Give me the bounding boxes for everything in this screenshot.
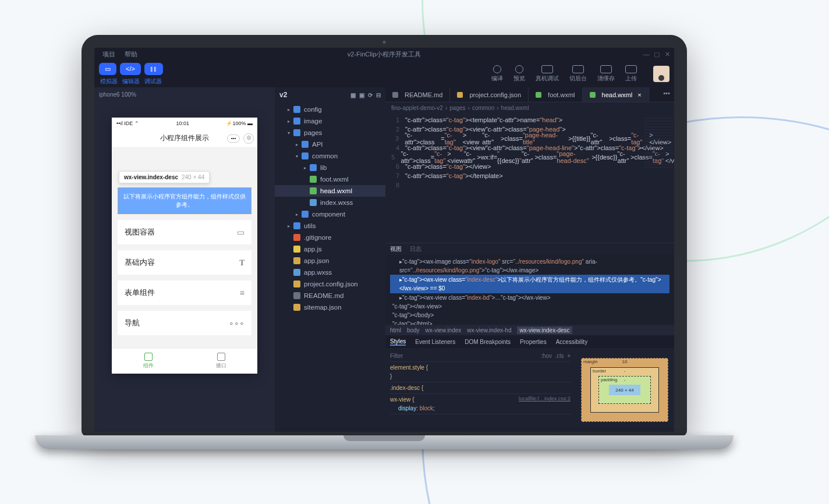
file-icon (293, 304, 300, 311)
tool-remote[interactable]: 真机调试 (536, 65, 559, 83)
pill-debugger-icon[interactable]: ⫿⫿ (144, 63, 163, 75)
pill-debugger-label: 调试器 (144, 77, 162, 86)
sim-list-item[interactable]: 表单组件≡ (118, 281, 251, 305)
code-editor[interactable]: 1"c-attr">class="c-tag"><template "c-att… (385, 113, 674, 243)
phone-body[interactable]: wx-view.index-desc240 × 44 以下将展示小程序官方组件能… (112, 148, 257, 348)
cls-toggle[interactable]: .cls (555, 353, 564, 359)
window-minimize-icon[interactable]: — (643, 51, 650, 58)
dom-node[interactable]: ▸"c-tag"><wx-view class="index-desc">以下将… (390, 275, 669, 293)
tree-item-app-js[interactable]: app.js (275, 243, 385, 255)
minimap[interactable] (644, 118, 673, 170)
file-icon (310, 199, 317, 206)
add-rule-icon[interactable]: + (567, 353, 571, 359)
hov-toggle[interactable]: :hov (541, 353, 552, 359)
phone-title: 小程序组件展示 (160, 133, 209, 143)
refresh-icon[interactable]: ⟳ (368, 92, 373, 98)
style-tab[interactable]: Event Listeners (415, 339, 455, 345)
new-folder-icon[interactable]: ▣ (359, 92, 364, 98)
breadcrumb-segment[interactable]: common (472, 105, 494, 111)
tree-item-app-json[interactable]: app.json (275, 255, 385, 267)
tree-item-config[interactable]: ▸config (275, 104, 385, 115)
tree-item-foot-wxml[interactable]: foot.wxml (275, 173, 385, 185)
editor-tab[interactable]: head.wxml × (583, 87, 649, 102)
style-tab[interactable]: DOM Breakpoints (465, 339, 511, 345)
tool-background[interactable]: 切后台 (569, 65, 587, 83)
breadcrumb-segment[interactable]: pages (449, 105, 465, 111)
breadcrumb-segment[interactable]: head.wxml (501, 105, 529, 111)
tree-item-API[interactable]: ▸API (275, 139, 385, 150)
tool-upload[interactable]: 上传 (625, 65, 637, 83)
tab-component[interactable]: 组件 (112, 349, 185, 374)
dom-tree[interactable]: ▸"c-tag"><wx-image class="index-logo" sr… (385, 255, 674, 325)
dom-node[interactable]: ▸"c-tag"><wx-view class="index-bd">…"c-t… (390, 293, 669, 302)
dom-crumb[interactable]: wx-view.index (426, 327, 462, 333)
dom-crumb[interactable]: body (407, 327, 420, 333)
tree-item-common[interactable]: ▾common (275, 150, 385, 162)
tool-compile[interactable]: 编译 (491, 65, 503, 83)
tree-item--gitignore[interactable]: .gitignore (275, 232, 385, 243)
file-icon (536, 92, 541, 98)
tab-api[interactable]: 接口 (185, 349, 257, 374)
window-close-icon[interactable]: ✕ (664, 51, 671, 58)
editor-tab[interactable]: foot.wxml (529, 87, 582, 102)
pill-editor-icon[interactable]: </> (120, 63, 141, 75)
editor-tab[interactable]: README.md (385, 87, 450, 102)
menu-project[interactable]: 项目 (98, 50, 120, 59)
editor-tab[interactable]: project.config.json (450, 87, 529, 102)
file-icon (302, 152, 309, 159)
pill-simulator-icon[interactable]: ▭ (99, 63, 116, 75)
dom-crumb[interactable]: html (390, 327, 401, 333)
close-icon[interactable]: × (637, 91, 641, 98)
tree-item-pages[interactable]: ▾pages (275, 127, 385, 139)
tree-item-index-wxss[interactable]: index.wxss (275, 197, 385, 208)
tree-item-lib[interactable]: ▸lib (275, 162, 385, 173)
tool-clear[interactable]: 清缓存 (597, 65, 615, 83)
tree-item-app-wxss[interactable]: app.wxss (275, 267, 385, 278)
tree-item-head-wxml[interactable]: head.wxml (275, 185, 385, 197)
tree-item-component[interactable]: ▸component (275, 208, 385, 220)
styles-filter-input[interactable]: Filter (390, 352, 403, 360)
capsule-close-icon[interactable]: ⦾ (243, 133, 254, 144)
sim-list-item[interactable]: 导航∘∘∘ (118, 311, 251, 335)
window-maximize-icon[interactable]: ▢ (653, 51, 660, 58)
dom-node[interactable]: "c-tag"></html> (390, 320, 669, 325)
tree-item-sitemap-json[interactable]: sitemap.json (275, 301, 385, 313)
tab-overflow-icon[interactable]: ••• (661, 90, 672, 97)
file-icon (310, 164, 317, 171)
style-tab[interactable]: Properties (520, 339, 547, 345)
dom-crumb[interactable]: wx-view.index-desc (517, 326, 572, 334)
style-rule[interactable]: .index-desc {</span></div><div style="pa… (390, 382, 571, 394)
tree-item-project-config-json[interactable]: project.config.json (275, 278, 385, 290)
inspector-tooltip: wx-view.index-desc240 × 44 (119, 171, 210, 183)
phone-preview: ••ıl IDE ⌃ 10:01 ⚡100% ▬ 小程序组件展示 ••• ⦾ w… (112, 118, 257, 374)
style-tab[interactable]: Accessibility (556, 339, 587, 345)
style-rule[interactable]: wx-view {localfile:/…index.css:2display:… (390, 394, 571, 414)
dom-node[interactable]: "c-tag"></body> (390, 311, 669, 320)
file-icon (392, 92, 398, 98)
dt-tab-view[interactable]: 视图 (390, 245, 402, 253)
breadcrumb-segment[interactable]: fino-applet-demo-v2 (391, 105, 443, 111)
sim-list-item[interactable]: 基础内容𝐓 (118, 250, 251, 275)
file-icon (293, 129, 300, 136)
dom-crumb[interactable]: wx-view.index-hd (467, 327, 511, 333)
devtools: 视图 日志 ▸"c-tag"><wx-image class="index-lo… (385, 243, 674, 432)
dom-node[interactable]: ▸"c-tag"><wx-image class="index-logo" sr… (390, 257, 669, 275)
tree-item-image[interactable]: ▸image (275, 115, 385, 127)
style-tab[interactable]: Styles (390, 338, 406, 346)
tool-preview[interactable]: 预览 (513, 65, 525, 83)
dt-tab-log[interactable]: 日志 (410, 245, 421, 253)
avatar[interactable] (653, 66, 669, 82)
dom-node[interactable]: "c-tag"></wx-view> (390, 302, 669, 311)
capsule-menu-icon[interactable]: ••• (227, 134, 240, 143)
sim-list-item[interactable]: 视图容器▭ (118, 220, 251, 244)
style-rule[interactable]: element.style {} (390, 362, 571, 382)
phone-tabbar: 组件 接口 (112, 348, 257, 374)
new-file-icon[interactable]: ▦ (350, 92, 356, 98)
styles-panel[interactable]: Filter :hov .cls + element.style {}.inde… (385, 348, 575, 432)
tree-item-utils[interactable]: ▸utils (275, 220, 385, 232)
menu-help[interactable]: 帮助 (120, 50, 142, 59)
inspected-element[interactable]: 以下将展示小程序官方组件能力，组件样式仅供参考。 (118, 187, 251, 214)
explorer-header: v2 ▦ ▣ ⟳ ⊟ (275, 87, 385, 102)
tree-item-README-md[interactable]: README.md (275, 290, 385, 301)
collapse-icon[interactable]: ⊟ (376, 92, 381, 98)
